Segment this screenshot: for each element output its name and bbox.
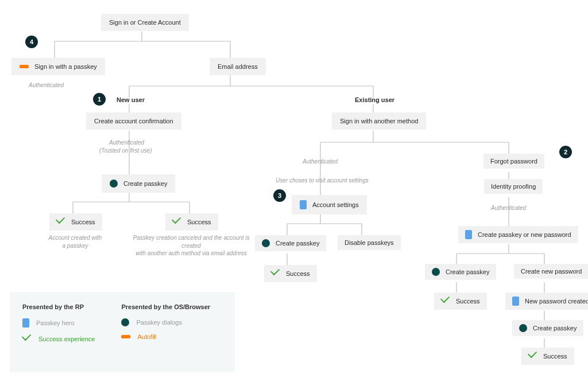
passkey-dialog-icon (121, 318, 129, 326)
badge-3: 3 (273, 189, 286, 202)
passkey-hero-icon (22, 318, 29, 328)
node-create-account-confirm: Create account confirmation (86, 112, 181, 130)
autofill-icon (20, 65, 29, 68)
node-create-passkey-final: Create passkey (512, 320, 583, 336)
node-label: Forgot password (490, 158, 537, 165)
check-icon (441, 297, 450, 306)
node-email: Email address (210, 58, 266, 75)
node-label: Success (71, 219, 95, 225)
node-label: Success (543, 353, 567, 360)
node-label: Sign in with a passkey (34, 63, 97, 70)
node-label: New password created (525, 298, 588, 305)
badge-4: 4 (25, 36, 38, 48)
node-signin-other: Sign in with another method (332, 112, 426, 130)
caption-auth-new: Authenticated (109, 139, 144, 147)
node-label: Create account confirmation (94, 118, 173, 124)
passkey-dialog-icon (519, 324, 527, 332)
caption-authenticated: Authenticated (29, 81, 64, 89)
passkey-dialog-icon (432, 268, 440, 276)
node-account-settings: Account settings (292, 195, 367, 215)
autofill-icon (121, 335, 130, 338)
legend-row-hero: Passkey hero (22, 318, 95, 328)
node-label: Success (456, 298, 480, 305)
legend: Presented by the RP Passkey hero Success… (10, 292, 235, 372)
passkey-hero-icon (465, 230, 472, 239)
node-label: Identity proofing (491, 183, 536, 190)
node-label: Email address (218, 63, 258, 70)
check-icon (271, 269, 280, 278)
node-label: Create passkey (276, 240, 319, 247)
badge-2: 2 (559, 146, 572, 158)
caption-success-left: Account created witha passkey (44, 234, 106, 250)
node-root: Sign in or Create Account (101, 14, 189, 31)
legend-label: Autofill (137, 333, 156, 340)
passkey-dialog-icon (262, 239, 270, 247)
node-label: Sign in with another method (340, 118, 418, 124)
node-signin-passkey: Sign in with a passkey (11, 58, 105, 75)
node-label: Create passkey (123, 180, 167, 187)
legend-col-rp: Presented by the RP Passkey hero Success… (22, 303, 95, 350)
legend-label: Success experience (38, 336, 95, 342)
node-label: Success (286, 270, 310, 277)
node-label: Create passkey (446, 268, 489, 275)
node-create-passkey-forgot: Create passkey (425, 264, 496, 280)
caption-auth-forgot: Authenticated (491, 204, 526, 212)
caption-auth-existing: Authenticated (303, 158, 338, 166)
node-label: Create new password (521, 268, 582, 275)
caption-success-right: Passkey creation canceled and the accoun… (123, 234, 260, 258)
node-label: Account settings (312, 201, 359, 208)
check-icon (528, 352, 537, 361)
legend-label: Passkey dialogs (136, 319, 182, 326)
node-forgot-password: Forgot password (483, 154, 544, 169)
caption-trusted: (Trusted on first use) (99, 147, 152, 155)
check-icon (22, 334, 32, 344)
node-label: Create passkey (533, 325, 577, 332)
node-disable-passkeys: Disable passkeys (338, 235, 401, 250)
node-label: Create passkey or new password (478, 231, 571, 238)
node-success-new-left: Success (49, 213, 102, 231)
check-icon (172, 217, 181, 227)
legend-row-success: Success experience (22, 334, 95, 344)
legend-title-rp: Presented by the RP (22, 303, 95, 310)
node-create-passkey-existing: Create passkey (255, 235, 326, 251)
check-icon (56, 217, 65, 227)
passkey-hero-icon (300, 200, 307, 209)
legend-row-dialogs: Passkey dialogs (121, 318, 210, 326)
node-choose-passkey-or-pw: Create passkey or new password (458, 226, 578, 243)
legend-title-os: Presented by the OS/Browser (121, 303, 210, 310)
node-label: Success (187, 219, 211, 225)
node-create-new-password: Create new password (514, 264, 588, 279)
badge-1: 1 (93, 93, 106, 106)
branch-new-user: New user (117, 96, 145, 103)
node-create-passkey-new: Create passkey (102, 174, 175, 193)
node-success-final: Success (521, 348, 574, 365)
node-identity-proofing: Identity proofing (484, 179, 543, 194)
passkey-hero-icon (512, 297, 519, 306)
legend-label: Passkey hero (36, 319, 75, 326)
legend-col-os: Presented by the OS/Browser Passkey dial… (121, 303, 210, 350)
node-success-passkey-forgot: Success (434, 293, 487, 310)
node-success-existing: Success (264, 265, 317, 282)
node-label: Disable passkeys (345, 239, 394, 246)
node-new-password-created: New password created (505, 293, 588, 310)
legend-row-autofill: Autofill (121, 333, 210, 340)
node-success-new-right: Success (165, 213, 218, 231)
node-label: Sign in or Create Account (109, 19, 181, 26)
passkey-dialog-icon (110, 180, 118, 188)
caption-visit-settings: User choses to visit account settings (276, 177, 369, 185)
branch-existing-user: Existing user (355, 96, 394, 103)
